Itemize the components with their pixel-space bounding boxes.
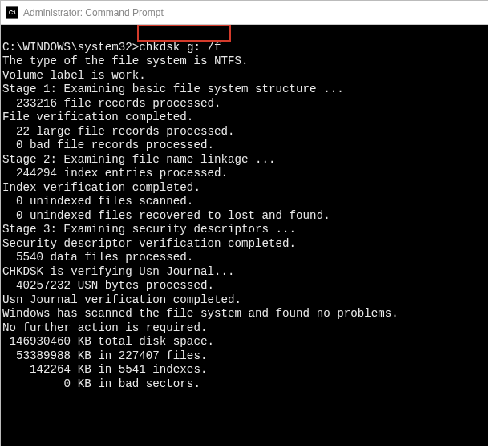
output-line: File verification completed. (2, 111, 486, 125)
output-line: 142264 KB in 5541 indexes. (2, 363, 486, 377)
output-line: The type of the file system is NTFS. (2, 54, 486, 69)
output-line: 0 bad file records processed. (2, 139, 486, 153)
cmd-icon: C:\ (6, 6, 18, 19)
terminal-output[interactable]: C:\WINDOWS\system32>chkdsk g: /fThe type… (1, 25, 488, 446)
output-line: No further action is required. (2, 321, 486, 336)
output-line: Security descriptor verification complet… (2, 237, 486, 252)
titlebar[interactable]: C:\ Administrator: Command Prompt (1, 1, 488, 25)
output-line: Stage 1: Examining basic file system str… (2, 83, 486, 97)
output-line: 244294 index entries processed. (2, 167, 486, 181)
prompt-line: C:\WINDOWS\system32>chkdsk g: /f (2, 41, 486, 55)
output-line: 5540 data files processed. (2, 251, 486, 265)
command-prompt-window: C:\ Administrator: Command Prompt C:\WIN… (0, 0, 488, 446)
prompt: C:\WINDOWS\system32> (2, 41, 139, 54)
output-line: CHKDSK is verifying Usn Journal... (2, 265, 486, 280)
output-line: Stage 3: Examining security descriptors … (2, 223, 486, 237)
output-line: 0 unindexed files recovered to lost and … (2, 209, 486, 224)
output-line: Windows has scanned the file system and … (2, 307, 486, 321)
output-line: Volume label is work. (2, 69, 486, 83)
output-line: 22 large file records processed. (2, 125, 486, 139)
output-line: 146930460 KB total disk space. (2, 335, 486, 349)
command-highlight-box (137, 25, 231, 42)
output-line: 0 unindexed files scanned. (2, 195, 486, 209)
window-title: Administrator: Command Prompt (23, 7, 164, 18)
output-line: Index verification completed. (2, 181, 486, 196)
output-line: 0 KB in bad sectors. (2, 377, 486, 392)
output-line: Usn Journal verification completed. (2, 293, 486, 308)
output-line: Stage 2: Examining file name linkage ... (2, 153, 486, 167)
command: chkdsk g: /f (139, 41, 221, 54)
output-line: 40257232 USN bytes processed. (2, 279, 486, 293)
output-line: 53389988 KB in 227407 files. (2, 349, 486, 364)
output-line: 233216 file records processed. (2, 97, 486, 111)
